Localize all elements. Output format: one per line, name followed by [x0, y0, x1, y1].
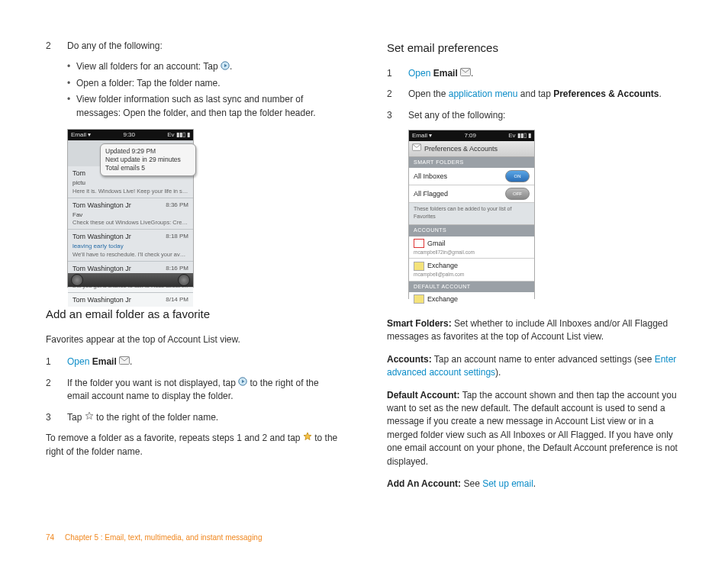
para-default-account: Default Account: Tap the account shown a… — [387, 389, 682, 468]
screenshot-preferences: Email ▾ 7:09 Ev ▮▮▯ ▮ Preferences & Acco… — [408, 130, 535, 299]
page-footer: 74 Chapter 5 : Email, text, multimedia, … — [46, 532, 263, 544]
heading-set-prefs: Set email preferences — [387, 40, 682, 56]
account-row-exchange: Exchange mcampbell@palm.com — [409, 259, 534, 281]
email-app-name: Email — [433, 68, 458, 79]
bullet-view-folders: View all folders for an account: Tap . — [67, 60, 341, 74]
section-smart-folders: SMART FOLDERS — [409, 157, 534, 168]
section-default-account: DEFAULT ACCOUNT — [409, 282, 534, 292]
left-bullet-list: View all folders for an account: Tap . O… — [67, 60, 341, 120]
signal-icon: Ev ▮▮▯ ▮ — [508, 131, 531, 140]
left-column: 2 Do any of the following: View all fold… — [46, 40, 341, 500]
page-number: 74 — [46, 533, 54, 542]
set-up-email-link[interactable]: Set up email — [482, 478, 533, 489]
bullet-view-folder-info: View folder information such as last syn… — [67, 93, 341, 120]
chapter-title: Chapter 5 : Email, text, multimedia, and… — [65, 533, 262, 542]
play-circle-icon — [238, 377, 247, 390]
email-icon — [412, 143, 421, 154]
email-row: 8:36 PM Tom Washington Jr Fav Check thes… — [68, 198, 193, 230]
exchange-icon — [414, 262, 424, 271]
email-icon — [119, 355, 130, 368]
heading-add-favorite: Add an email folder as a favorite — [46, 306, 341, 323]
favorite-intro: Favorites appear at the top of Account L… — [46, 333, 341, 346]
svg-marker-6 — [304, 433, 311, 440]
status-bar: Email ▾ 9:30 Ev ▮▮▯ ▮ — [68, 130, 193, 140]
smart-folders-hint: These folders can be added to your list … — [409, 203, 534, 225]
right-column: Set email preferences 1 Open Email . 2 O… — [387, 40, 682, 500]
exchange-icon — [414, 294, 424, 304]
default-account-row: Exchange — [409, 292, 534, 307]
step-number: 1 — [387, 67, 408, 81]
star-outline-icon — [85, 411, 94, 424]
step-body: Do any of the following: — [67, 40, 341, 53]
screenshot-email-list: Email ▾ 9:30 Ev ▮▮▯ ▮ Updated 9:29 PM Ne… — [67, 129, 194, 288]
open-link[interactable]: Open — [67, 356, 89, 367]
compose-icon — [71, 274, 83, 286]
email-icon — [460, 67, 471, 80]
fav-step-1: 1 Open Email . — [46, 355, 341, 369]
account-row-gmail: Gmail mcampbell72in@gmail.com — [409, 236, 534, 259]
step-number: 2 — [46, 40, 67, 53]
step-number: 3 — [387, 109, 408, 122]
pref-step-3: 3 Set any of the following: — [387, 109, 682, 122]
star-filled-icon — [303, 432, 312, 445]
dropdown-icon: ▾ — [88, 131, 91, 138]
status-bar: Email ▾ 7:09 Ev ▮▮▯ ▮ — [409, 130, 534, 141]
refresh-icon — [178, 274, 190, 286]
gmail-icon — [414, 239, 424, 248]
application-menu-link[interactable]: application menu — [449, 88, 518, 99]
bottom-toolbar — [68, 273, 193, 287]
para-add-account: Add An Account: See Set up email. — [387, 478, 682, 491]
email-row: 8/14 PM Tom Washington Jr — [68, 293, 193, 307]
email-row: 8:18 PM Tom Washington Jr leaving early … — [68, 230, 193, 262]
prefs-accounts-label: Preferences & Accounts — [553, 88, 659, 99]
fav-step-3: 3 Tap to the right of the folder name. — [46, 411, 341, 425]
pref-step-2: 2 Open the application menu and tap Pref… — [387, 88, 682, 101]
para-smart-folders: Smart Folders: Set whether to include Al… — [387, 317, 682, 344]
toggle-on-icon: ON — [505, 170, 530, 182]
fav-step-2: 2 If the folder you want is not displaye… — [46, 377, 341, 404]
row-all-inboxes: All Inboxes ON — [409, 168, 534, 185]
open-link[interactable]: Open — [408, 68, 430, 79]
step-number: 2 — [387, 88, 408, 101]
email-app-name: Email — [92, 356, 117, 367]
dropdown-icon: ▾ — [429, 132, 432, 139]
play-circle-icon — [221, 61, 230, 74]
svg-marker-5 — [85, 412, 93, 420]
step-number: 2 — [46, 377, 67, 404]
step-number: 3 — [46, 411, 67, 425]
app-title-bar: Preferences & Accounts — [409, 141, 534, 157]
toggle-off-icon: OFF — [505, 188, 530, 200]
pref-step-1: 1 Open Email . — [387, 67, 682, 81]
left-step-2: 2 Do any of the following: — [46, 40, 341, 53]
remove-favorite-note: To remove a folder as a favorite, repeat… — [46, 432, 341, 458]
bullet-open-folder: Open a folder: Tap the folder name. — [67, 77, 341, 90]
row-all-flagged: All Flagged OFF — [409, 185, 534, 203]
section-accounts: ACCOUNTS — [409, 225, 534, 236]
signal-icon: Ev ▮▮▯ ▮ — [167, 130, 190, 140]
para-accounts: Accounts: Tap an account name to enter a… — [387, 353, 682, 380]
update-popup: Updated 9:29 PM Next update in 29 minute… — [100, 143, 196, 176]
step-number: 1 — [46, 355, 67, 369]
